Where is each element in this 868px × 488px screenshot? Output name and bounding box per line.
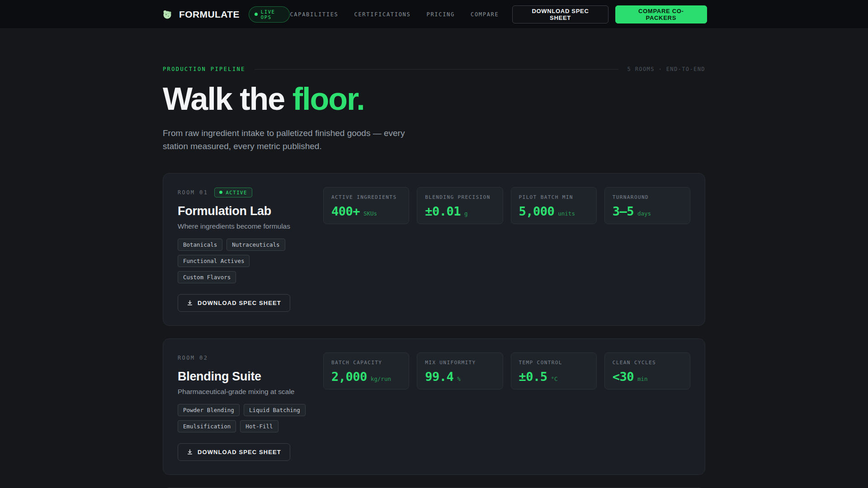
stat-label: BLENDING PRECISION xyxy=(425,194,495,200)
stat-value: 3–5 xyxy=(613,204,634,218)
tag: Custom Flavors xyxy=(178,271,236,283)
stat-unit: kg/run xyxy=(371,375,391,382)
stat-label: BATCH CAPACITY xyxy=(331,360,401,366)
divider-line xyxy=(255,69,618,70)
site-header: FORMULATE LIVE OPS CAPABILITIES CERTIFIC… xyxy=(0,0,868,29)
logo-icon xyxy=(161,8,174,21)
page-title-prefix: Walk the xyxy=(163,81,292,117)
stat-box: CLEAN CYCLES <30 min xyxy=(604,352,690,389)
room-subtitle: Where ingredients become formulas xyxy=(178,222,290,230)
stat-unit: °C xyxy=(551,375,558,382)
tag: Emulsification xyxy=(178,420,236,432)
tag: Nutraceuticals xyxy=(226,239,285,251)
stat-unit: SKUs xyxy=(363,210,377,217)
room-subtitle: Pharmaceutical-grade mixing at scale xyxy=(178,388,294,396)
compare-co-packers-button[interactable]: COMPARE CO-PACKERS xyxy=(615,5,707,23)
nav-compare[interactable]: COMPARE xyxy=(471,11,499,18)
section-header-row: PRODUCTION PIPELINE 5 ROOMS · END-TO-END xyxy=(163,66,705,72)
stat-label: PILOT BATCH MIN xyxy=(519,194,589,200)
room-number-label: ROOM 02 xyxy=(178,355,208,361)
status-badge: ACTIVE xyxy=(214,188,252,197)
page-title-accent: floor. xyxy=(292,81,364,117)
section-description: From raw ingredient intake to palletized… xyxy=(163,127,425,153)
room-list: ROOM 01 ACTIVE Formulation Lab Where ing… xyxy=(163,173,705,488)
live-dot-icon xyxy=(255,13,258,16)
download-icon xyxy=(187,449,193,455)
download-spec-sheet-label: DOWNLOAD SPEC SHEET xyxy=(198,449,281,455)
brand[interactable]: FORMULATE LIVE OPS xyxy=(161,6,290,23)
production-pipeline-section: PRODUCTION PIPELINE 5 ROOMS · END-TO-END… xyxy=(0,29,868,488)
active-dot-icon xyxy=(219,191,222,194)
stat-box: TURNAROUND 3–5 days xyxy=(604,187,690,224)
tag: Botanicals xyxy=(178,239,222,251)
room-card: ROOM 02 Blending Suite Pharmaceutical-gr… xyxy=(163,338,705,475)
room-number-label: ROOM 01 xyxy=(178,189,208,196)
nav-pricing[interactable]: PRICING xyxy=(426,11,454,18)
page-title: Walk the floor. xyxy=(163,83,705,115)
stat-value: ±0.5 xyxy=(519,370,547,384)
download-icon xyxy=(187,300,193,306)
stat-grid: BATCH CAPACITY 2,000 kg/run MIX UNIFORMI… xyxy=(323,352,690,461)
status-badge-label: ACTIVE xyxy=(226,190,247,195)
download-spec-sheet-button[interactable]: DOWNLOAD SPEC SHEET xyxy=(178,294,290,312)
section-meta: 5 ROOMS · END-TO-END xyxy=(627,66,706,72)
tag: Hot-Fill xyxy=(240,420,278,432)
main-nav: CAPABILITIES CERTIFICATIONS PRICING COMP… xyxy=(290,11,499,18)
section-eyebrow: PRODUCTION PIPELINE xyxy=(163,66,245,72)
tag-list: BotanicalsNutraceuticalsFunctional Activ… xyxy=(178,239,309,283)
header-actions: DOWNLOAD SPEC SHEET COMPARE CO-PACKERS xyxy=(512,5,707,23)
download-spec-sheet-button[interactable]: DOWNLOAD SPEC SHEET xyxy=(178,443,290,461)
tag-list: Powder BlendingLiquid BatchingEmulsifica… xyxy=(178,404,309,432)
stat-unit: % xyxy=(457,375,461,382)
stat-box: MIX UNIFORMITY 99.4 % xyxy=(417,352,503,389)
stat-box: TEMP CONTROL ±0.5 °C xyxy=(511,352,597,389)
stat-label: CLEAN CYCLES xyxy=(613,360,682,366)
stat-unit: min xyxy=(637,375,648,382)
live-ops-label: LIVE OPS xyxy=(261,9,284,20)
room-title: Formulation Lab xyxy=(178,204,271,218)
download-spec-sheet-label: DOWNLOAD SPEC SHEET xyxy=(198,300,281,306)
room-title: Blending Suite xyxy=(178,370,261,384)
header-download-spec-button[interactable]: DOWNLOAD SPEC SHEET xyxy=(512,5,608,23)
stat-unit: units xyxy=(558,210,575,217)
stat-box: BLENDING PRECISION ±0.01 g xyxy=(417,187,503,224)
stat-value: 99.4 xyxy=(425,370,453,384)
stat-value: ±0.01 xyxy=(425,204,461,218)
stat-label: MIX UNIFORMITY xyxy=(425,360,495,366)
tag: Powder Blending xyxy=(178,404,240,416)
stat-label: TEMP CONTROL xyxy=(519,360,589,366)
brand-name: FORMULATE xyxy=(179,9,240,20)
stat-unit: days xyxy=(637,210,651,217)
stat-value: 400+ xyxy=(331,204,360,218)
stat-box: PILOT BATCH MIN 5,000 units xyxy=(511,187,597,224)
stat-label: ACTIVE INGREDIENTS xyxy=(331,194,401,200)
stat-value: 2,000 xyxy=(331,370,367,384)
stat-value: 5,000 xyxy=(519,204,555,218)
nav-certifications[interactable]: CERTIFICATIONS xyxy=(354,11,411,18)
stat-unit: g xyxy=(464,210,468,217)
live-ops-badge: LIVE OPS xyxy=(249,6,290,23)
stat-label: TURNAROUND xyxy=(613,194,682,200)
stat-box: ACTIVE INGREDIENTS 400+ SKUs xyxy=(323,187,409,224)
nav-capabilities[interactable]: CAPABILITIES xyxy=(290,11,338,18)
stat-box: BATCH CAPACITY 2,000 kg/run xyxy=(323,352,409,389)
stat-value: <30 xyxy=(613,370,634,384)
room-card: ROOM 01 ACTIVE Formulation Lab Where ing… xyxy=(163,173,705,326)
stat-grid: ACTIVE INGREDIENTS 400+ SKUs BLENDING PR… xyxy=(323,187,690,312)
tag: Liquid Batching xyxy=(244,404,306,416)
room-info-column: ROOM 01 ACTIVE Formulation Lab Where ing… xyxy=(178,187,309,312)
tag: Functional Actives xyxy=(178,255,250,267)
room-info-column: ROOM 02 Blending Suite Pharmaceutical-gr… xyxy=(178,352,309,461)
